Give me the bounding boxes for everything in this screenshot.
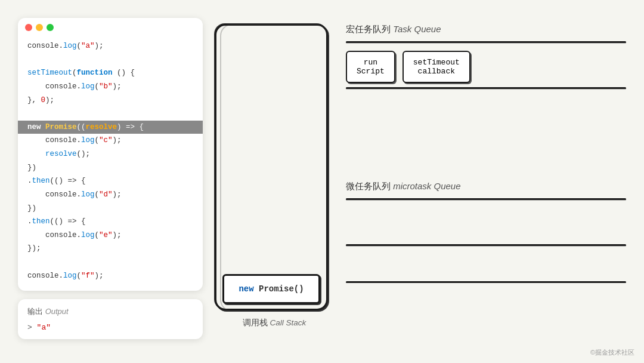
code-line: }, 0); [18, 94, 203, 107]
code-line: console.log("c"); [18, 134, 203, 147]
code-line-highlighted: new Promise((resolve) => { [18, 121, 203, 134]
call-stack-item: new Promise() [222, 274, 320, 304]
call-stack-label-zh: 调用栈 [243, 318, 268, 327]
task-queue-item: setTimeout callback [402, 51, 470, 83]
task-queue-title-en: Task Queue [393, 24, 441, 34]
close-dot[interactable] [25, 24, 32, 31]
code-line [18, 256, 203, 269]
code-body: console.log("a"); setTimeout(function ()… [18, 36, 203, 291]
code-line: console.log("e"); [18, 229, 203, 242]
watermark: ©掘金技术社区 [590, 348, 634, 357]
main-container: console.log("a"); setTimeout(function ()… [0, 0, 644, 363]
task-queue-item: run Script [346, 51, 395, 83]
call-stack-label: 调用栈 Call Stack [243, 318, 306, 328]
microtask-queue-title: 微任务队列 microtask Queue [346, 181, 626, 192]
code-line: console.log("b"); [18, 80, 203, 94]
call-stack-label-en: Call Stack [270, 318, 306, 327]
task-queue-title: 宏任务队列 Task Queue [346, 24, 626, 35]
output-panel: 输出 Output > "a" [18, 299, 203, 339]
task-queue-block: 宏任务队列 Task Queue run Script setTimeout c… [346, 24, 626, 91]
call-stack-container: new Promise() [215, 24, 334, 310]
code-line: .then(() => { [18, 174, 203, 188]
code-line: console.log("f"); [18, 269, 203, 283]
call-stack-frame: new Promise() [215, 24, 328, 310]
code-line: resolve(); [18, 147, 203, 161]
task-queue-items: run Script setTimeout callback [346, 46, 470, 88]
task-queue-area: run Script setTimeout callback [346, 41, 626, 89]
microtask-queue-title-en: microtask Queue [393, 181, 460, 191]
code-line: }) [18, 161, 203, 175]
code-line [18, 107, 203, 121]
microtask-top-border [346, 198, 626, 200]
code-line: }) [18, 202, 203, 216]
queue-bottom-border [346, 87, 626, 89]
output-label-en: Output [45, 307, 69, 316]
output-label: 输出 Output [27, 306, 193, 317]
code-line: console.log("d"); [18, 188, 203, 202]
titlebar [18, 18, 203, 36]
task-queue-title-zh: 宏任务队列 [346, 24, 391, 34]
left-panel: console.log("a"); setTimeout(function ()… [18, 18, 203, 339]
spacer [346, 109, 626, 145]
microtask-bottom-border [346, 244, 626, 246]
output-label-zh: 输出 [27, 307, 43, 316]
microtask-queue-block: 微任务队列 microtask Queue [346, 181, 626, 283]
code-line: }); [18, 242, 203, 256]
queues-section: 宏任务队列 Task Queue run Script setTimeout c… [346, 24, 626, 301]
code-window: console.log("a"); setTimeout(function ()… [18, 18, 203, 291]
extra-bottom-line [346, 281, 626, 283]
code-line: console.log("a"); [18, 39, 203, 53]
microtask-queue-title-zh: 微任务队列 [346, 181, 391, 191]
code-line [18, 53, 203, 67]
output-content: > "a" [27, 323, 193, 332]
call-stack-section: new Promise() 调用栈 Call Stack [215, 24, 334, 328]
microtask-queue-area [346, 198, 626, 246]
code-line: .then(() => { [18, 215, 203, 229]
minimize-dot[interactable] [36, 24, 43, 31]
queue-top-border [346, 41, 626, 43]
extra-line-area [346, 253, 626, 283]
code-line: setTimeout(function () { [18, 66, 203, 80]
maximize-dot[interactable] [47, 24, 54, 31]
